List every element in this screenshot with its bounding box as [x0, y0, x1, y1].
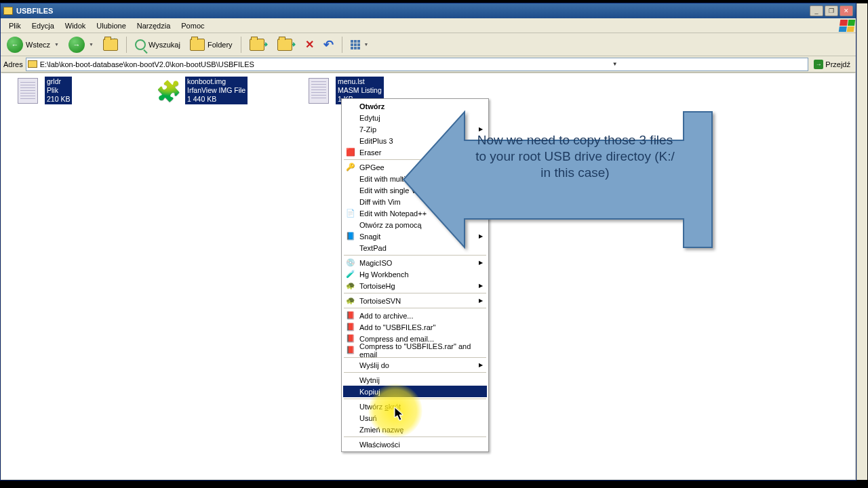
blank-icon [346, 186, 355, 195]
key-icon: 🔑 [346, 163, 355, 172]
folder-icon [28, 60, 37, 68]
windows-logo-icon [839, 20, 856, 32]
npp-icon: 📄 [346, 209, 355, 218]
chevron-down-icon[interactable]: ▼ [423, 61, 806, 67]
up-button[interactable] [100, 36, 121, 54]
address-label: Adres [3, 60, 23, 68]
context-menu-label: Add to "USBFILES.rar" [359, 323, 435, 331]
file-info: grldr Plik 210 KB [45, 77, 72, 104]
blank-icon [346, 387, 355, 396]
back-label: Wstecz [26, 41, 50, 49]
menu-bar: Plik Edycja Widok Ulubione Narzędzia Pom… [1, 18, 856, 33]
context-menu-item[interactable]: 🧪Hg Workbench [343, 268, 487, 280]
rar-icon: 📕 [346, 334, 355, 344]
blank-icon [346, 197, 355, 207]
blank-icon [346, 243, 355, 253]
file-icon [304, 77, 333, 105]
submenu-arrow-icon: ▶ [479, 283, 483, 289]
delete-icon: ✕ [305, 38, 314, 51]
chevron-down-icon[interactable]: ▼ [89, 42, 94, 47]
scrollbar-placeholder [856, 3, 867, 480]
file-icon [14, 77, 42, 105]
context-menu-item[interactable]: 📕Add to archive... [343, 310, 487, 321]
go-button[interactable]: → Przejdź [811, 60, 853, 69]
context-menu-item[interactable]: Utwórz skrót [343, 401, 487, 412]
submenu-arrow-icon: ▶ [479, 298, 483, 304]
callout-text: Now we need to copy those 3 files to you… [473, 132, 677, 181]
separator [126, 37, 127, 53]
menu-edycja[interactable]: Edycja [26, 20, 60, 32]
blank-icon [346, 402, 355, 411]
folders-label: Foldery [208, 41, 233, 49]
context-menu-label: TortoiseSVN [359, 297, 401, 305]
context-menu-label: TortoiseHg [359, 282, 395, 290]
context-menu-label: TextPad [359, 244, 387, 252]
instruction-callout: Now we need to copy those 3 files to you… [400, 100, 715, 261]
folder-icon [277, 39, 292, 51]
context-menu-item[interactable]: Usuń [343, 412, 487, 424]
folder-icon [190, 39, 205, 51]
toolbar: ← Wstecz ▼ → ▼ Wyszukaj Foldery ➜ ➜ [1, 33, 856, 56]
submenu-arrow-icon: ▶ [479, 362, 483, 368]
context-menu-item[interactable]: 📕Add to "USBFILES.rar" [343, 321, 487, 333]
context-menu-item[interactable]: Wytnij [343, 374, 487, 386]
close-button[interactable]: ✕ [840, 5, 853, 16]
search-icon [135, 39, 146, 50]
context-menu-item[interactable]: 🐢TortoiseHg▶ [343, 280, 487, 291]
undo-button[interactable]: ↶ [320, 36, 337, 54]
chevron-down-icon[interactable]: ▼ [364, 42, 369, 47]
snag-icon: 📘 [346, 232, 355, 241]
address-bar: Adres E:\lab\kon-boot-database\kon-bootV… [1, 56, 856, 73]
context-menu-label: Eraser [359, 148, 381, 157]
menu-ulubione[interactable]: Ulubione [91, 20, 131, 32]
context-menu-item[interactable]: 🐢TortoiseSVN▶ [343, 295, 487, 306]
menu-widok[interactable]: Widok [60, 20, 92, 32]
menu-plik[interactable]: Plik [3, 20, 26, 32]
file-item[interactable]: 🧩 konboot.img IrfanView IMG File 1 440 K… [154, 77, 286, 108]
blank-icon [346, 125, 355, 134]
folders-button[interactable]: Foldery [186, 36, 236, 54]
context-menu-label: Hg Workbench [359, 270, 409, 279]
file-icon: 🧩 [154, 77, 182, 105]
context-menu-label: Otwórz [359, 102, 384, 110]
folder-icon [250, 39, 264, 51]
context-menu-item[interactable]: 📕Compress to "USBFILES.rar" and email [343, 344, 487, 356]
thg-icon: 🐢 [346, 281, 355, 291]
minimize-button[interactable]: _ [810, 5, 823, 16]
context-menu-label: Compress to "USBFILES.rar" and email [359, 342, 475, 359]
title-bar: USBFILES _ ❐ ✕ [1, 3, 856, 18]
context-menu-label: Add to archive... [359, 312, 414, 320]
chevron-down-icon[interactable]: ▼ [54, 42, 59, 47]
copy-to-button[interactable]: ➜ [274, 36, 299, 54]
separator [241, 37, 241, 53]
blank-icon [346, 220, 355, 230]
context-menu-item[interactable]: Właściwości [343, 439, 487, 450]
context-menu-label: Snagit [359, 232, 380, 241]
delete-button[interactable]: ✕ [302, 36, 317, 54]
restore-button[interactable]: ❐ [825, 5, 838, 16]
views-icon [351, 40, 360, 49]
address-input[interactable]: E:\lab\kon-boot-database\kon-bootV2.0\ko… [26, 58, 809, 71]
context-menu-label: Kopiuj [359, 388, 380, 396]
context-menu-label: Zmień nazwę [359, 426, 403, 434]
back-button[interactable]: ← Wstecz ▼ [3, 36, 62, 54]
window-title: USBFILES [16, 7, 808, 15]
move-to-button[interactable]: ➜ [246, 36, 271, 54]
forward-button[interactable]: → ▼ [65, 36, 97, 54]
context-menu-label: Właściwości [359, 441, 400, 449]
file-item[interactable]: grldr Plik 210 KB [14, 77, 146, 108]
context-menu-label: 7-Zip [359, 125, 376, 134]
context-menu-label: Usuń [359, 414, 377, 422]
views-button[interactable]: ▼ [347, 36, 372, 54]
menu-narzedzia[interactable]: Narzędzia [132, 20, 176, 32]
context-menu-item[interactable]: Wyślij do▶ [343, 359, 487, 371]
folder-icon [103, 39, 118, 51]
go-label: Przejdź [825, 60, 850, 68]
context-menu-label: MagicISO [359, 259, 392, 267]
context-menu-item[interactable]: Kopiuj [343, 386, 487, 397]
menu-pomoc[interactable]: Pomoc [176, 20, 210, 32]
context-menu-item[interactable]: Zmień nazwę [343, 424, 487, 435]
search-button[interactable]: Wyszukaj [132, 36, 184, 54]
address-path: E:\lab\kon-boot-database\kon-bootV2.0\ko… [40, 60, 423, 68]
context-menu-label: Edytuj [359, 114, 380, 122]
